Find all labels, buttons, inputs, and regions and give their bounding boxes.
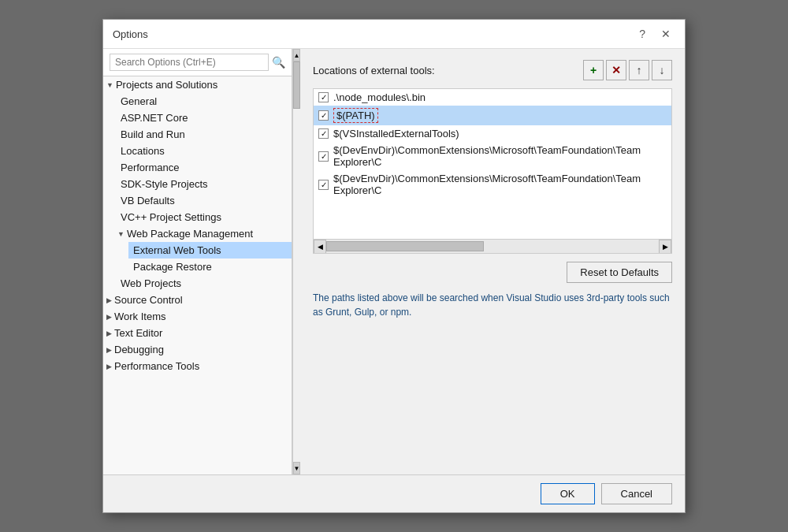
tree-item-sdk-style[interactable]: SDK-Style Projects (116, 176, 292, 192)
tree-item-performance[interactable]: Performance (116, 159, 292, 176)
horiz-scroll-thumb (326, 241, 484, 251)
item-text-4: $(DevEnvDir)\CommonExtensions\Microsoft\… (333, 173, 667, 196)
tree-item-general[interactable]: General (116, 93, 292, 110)
tree-item-web-projects[interactable]: Web Projects (116, 275, 292, 292)
tree-item-package-restore[interactable]: Package Restore (128, 259, 292, 275)
tree-children-projects: General ASP.NET Core Build and Run Locat… (103, 93, 292, 292)
checkbox-3[interactable] (318, 151, 329, 162)
tree-item-vc-settings[interactable]: VC++ Project Settings (116, 209, 292, 225)
reset-row: Reset to Defaults (313, 262, 672, 283)
expand-icon: ▼ (106, 81, 113, 89)
left-scrollbar[interactable]: ▲ ▼ (292, 49, 300, 474)
move-up-button[interactable]: ↑ (629, 60, 649, 80)
tree-perf-label: Performance Tools (114, 360, 199, 372)
scroll-up-btn[interactable]: ▲ (293, 49, 300, 61)
scroll-thumb (293, 61, 300, 109)
toolbar-buttons: + ✕ ↑ ↓ (583, 60, 672, 80)
checkbox-2[interactable] (318, 128, 329, 139)
add-button[interactable]: + (583, 60, 604, 80)
tree-children-web-package: External Web Tools Package Restore (116, 242, 292, 275)
tree-root-label: Projects and Solutions (116, 79, 217, 91)
search-input[interactable] (110, 54, 269, 71)
tree-debug-label: Debugging (114, 344, 164, 355)
left-panel: 🔍 ▼ Projects and Solutions General ASP.N… (103, 49, 292, 474)
title-bar-controls: ? ✕ (634, 26, 675, 42)
checkbox-0[interactable] (318, 92, 329, 102)
expand-icon-debug: ▶ (106, 346, 112, 354)
tree-item-build-run[interactable]: Build and Run (116, 126, 292, 143)
item-text-3: $(DevEnvDir)\CommonExtensions\Microsoft\… (333, 144, 667, 168)
tree-web-package-label: Web Package Management (127, 228, 253, 240)
search-icon-button[interactable]: 🔍 (272, 56, 285, 69)
info-text: The paths listed above will be searched … (313, 291, 672, 319)
tree-item-aspnet[interactable]: ASP.NET Core (116, 110, 292, 126)
scroll-down-btn[interactable]: ▼ (293, 462, 300, 474)
tree-item-external-web-tools[interactable]: External Web Tools (128, 242, 292, 259)
horizontal-scrollbar[interactable]: ◀ ▶ (314, 239, 671, 253)
close-button[interactable]: ✕ (656, 26, 675, 42)
dialog-title: Options (113, 28, 148, 40)
remove-button[interactable]: ✕ (606, 60, 626, 80)
expand-icon-text: ▶ (106, 329, 112, 337)
tree-root-perf-tools[interactable]: ▶ Performance Tools (103, 358, 292, 374)
list-item-2[interactable]: $(VSInstalledExternalTools) (314, 125, 671, 142)
external-tools-list: .\node_modules\.bin $(PATH) $(VSInstalle… (313, 88, 672, 254)
tree-root-work-items[interactable]: ▶ Work Items (103, 308, 292, 325)
tree-text-label: Text Editor (114, 327, 162, 339)
reset-defaults-button[interactable]: Reset to Defaults (567, 262, 672, 283)
move-down-button[interactable]: ↓ (652, 60, 672, 80)
panel-title: Locations of external tools: (313, 65, 435, 76)
options-dialog: Options ? ✕ 🔍 ▼ Projects and Solutions G… (102, 19, 686, 513)
tree-root-projects-and-solutions[interactable]: ▼ Projects and Solutions (103, 76, 292, 93)
tree-container: ▼ Projects and Solutions General ASP.NET… (103, 76, 292, 474)
title-bar: Options ? ✕ (103, 20, 685, 49)
ok-button[interactable]: OK (541, 483, 595, 504)
expand-icon-web: ▼ (117, 230, 125, 238)
tree-root-text-editor[interactable]: ▶ Text Editor (103, 325, 292, 341)
list-item-0[interactable]: .\node_modules\.bin (314, 89, 671, 106)
list-item-4[interactable]: $(DevEnvDir)\CommonExtensions\Microsoft\… (314, 170, 671, 199)
item-text-2: $(VSInstalledExternalTools) (333, 128, 459, 140)
tree-source-label: Source Control (114, 294, 183, 306)
search-box: 🔍 (103, 49, 292, 76)
help-button[interactable]: ? (634, 26, 650, 42)
tree-root-web-package[interactable]: ▼ Web Package Management (116, 225, 292, 242)
cancel-button[interactable]: Cancel (601, 483, 672, 504)
checkbox-4[interactable] (318, 180, 329, 190)
checkbox-1[interactable] (318, 110, 329, 121)
item-text-0: .\node_modules\.bin (333, 91, 426, 103)
dialog-main: 🔍 ▼ Projects and Solutions General ASP.N… (103, 49, 685, 474)
scroll-track (293, 61, 300, 462)
horiz-scroll-track (326, 240, 659, 253)
panel-header: Locations of external tools: + ✕ ↑ ↓ (313, 60, 672, 80)
list-item-3[interactable]: $(DevEnvDir)\CommonExtensions\Microsoft\… (314, 142, 671, 170)
expand-icon-perf: ▶ (106, 363, 112, 370)
scroll-left-btn[interactable]: ◀ (314, 240, 326, 254)
right-panel: Locations of external tools: + ✕ ↑ ↓ .\n… (300, 49, 685, 474)
tree-work-label: Work Items (114, 311, 166, 322)
bottom-bar: OK Cancel (103, 474, 685, 512)
expand-icon-work: ▶ (106, 313, 112, 321)
tree-item-locations[interactable]: Locations (116, 143, 292, 159)
item-text-1: $(PATH) (333, 108, 378, 123)
tree-root-source-control[interactable]: ▶ Source Control (103, 292, 292, 308)
tree-root-debugging[interactable]: ▶ Debugging (103, 341, 292, 358)
expand-icon-source: ▶ (106, 296, 112, 304)
scroll-right-btn[interactable]: ▶ (659, 240, 671, 254)
tree-item-vb-defaults[interactable]: VB Defaults (116, 192, 292, 209)
list-item-1[interactable]: $(PATH) (314, 106, 671, 125)
